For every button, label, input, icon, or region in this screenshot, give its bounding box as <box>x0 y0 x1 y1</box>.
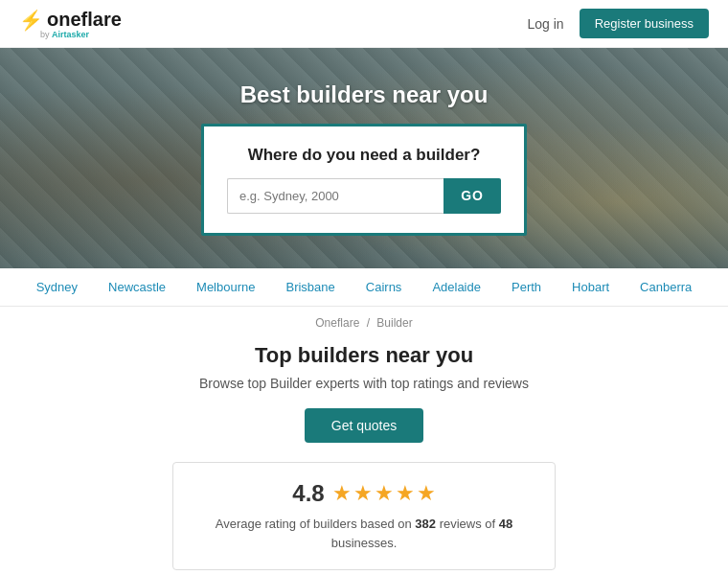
star-1: ★ <box>332 481 352 506</box>
section-title: Top builders near you <box>77 343 651 368</box>
logo-by-text: by <box>40 30 50 39</box>
breadcrumb: Oneflare / Builder <box>0 307 728 334</box>
search-row: GO <box>227 178 501 214</box>
city-newcastle[interactable]: Newcastle <box>108 280 166 294</box>
rating-desc-mid: reviews of <box>436 517 499 531</box>
search-question: Where do you need a builder? <box>227 146 501 165</box>
star-5: ★ <box>417 481 436 506</box>
logo-area: ⚡ oneflare by Airtasker <box>19 9 122 39</box>
breadcrumb-current: Builder <box>376 316 412 330</box>
search-box: Where do you need a builder? GO <box>201 124 527 236</box>
header-nav: Log in Register business <box>528 9 709 38</box>
rating-description: Average rating of builders based on 382 … <box>193 515 535 552</box>
rating-review-count: 382 <box>415 517 436 531</box>
section-description: Browse top Builder experts with top rati… <box>77 376 651 391</box>
logo-by-line: by Airtasker <box>40 30 89 39</box>
search-go-button[interactable]: GO <box>444 178 501 214</box>
rating-score: 4.8 <box>292 480 324 507</box>
breadcrumb-oneflare[interactable]: Oneflare <box>315 316 359 330</box>
city-cairns[interactable]: Cairns <box>366 280 402 294</box>
star-2: ★ <box>353 481 373 506</box>
city-nav: Sydney Newcastle Melbourne Brisbane Cair… <box>0 268 728 307</box>
get-quotes-button[interactable]: Get quotes <box>305 408 424 443</box>
logo: ⚡ oneflare <box>19 9 122 32</box>
register-business-button[interactable]: Register business <box>580 9 709 38</box>
stars: ★ ★ ★ ★ ★ <box>332 481 436 506</box>
star-3: ★ <box>375 481 394 506</box>
rating-card: 4.8 ★ ★ ★ ★ ★ Average rating of builders… <box>172 462 556 570</box>
breadcrumb-separator: / <box>367 316 370 330</box>
city-adelaide[interactable]: Adelaide <box>432 280 481 294</box>
rating-desc-suffix: businesses. <box>331 536 398 550</box>
hero-section: Best builders near you Where do you need… <box>0 48 728 268</box>
city-melbourne[interactable]: Melbourne <box>196 280 255 294</box>
rating-row: 4.8 ★ ★ ★ ★ ★ <box>193 480 535 507</box>
city-sydney[interactable]: Sydney <box>36 280 78 294</box>
city-perth[interactable]: Perth <box>512 280 541 294</box>
logo-airtasker: Airtasker <box>52 30 89 39</box>
hero-title: Best builders near you <box>240 81 489 108</box>
city-brisbane[interactable]: Brisbane <box>285 280 334 294</box>
rating-desc-prefix: Average rating of builders based on <box>216 517 416 531</box>
login-link[interactable]: Log in <box>528 16 564 32</box>
header: ⚡ oneflare by Airtasker Log in Register … <box>0 0 728 48</box>
search-input[interactable] <box>227 178 444 214</box>
rating-business-count: 48 <box>499 517 512 531</box>
city-canberra[interactable]: Canberra <box>640 280 692 294</box>
logo-icon: ⚡ <box>19 9 43 32</box>
city-hobart[interactable]: Hobart <box>572 280 609 294</box>
star-4: ★ <box>396 481 415 506</box>
main-content: Top builders near you Browse top Builder… <box>0 334 728 575</box>
logo-name: oneflare <box>47 9 122 31</box>
